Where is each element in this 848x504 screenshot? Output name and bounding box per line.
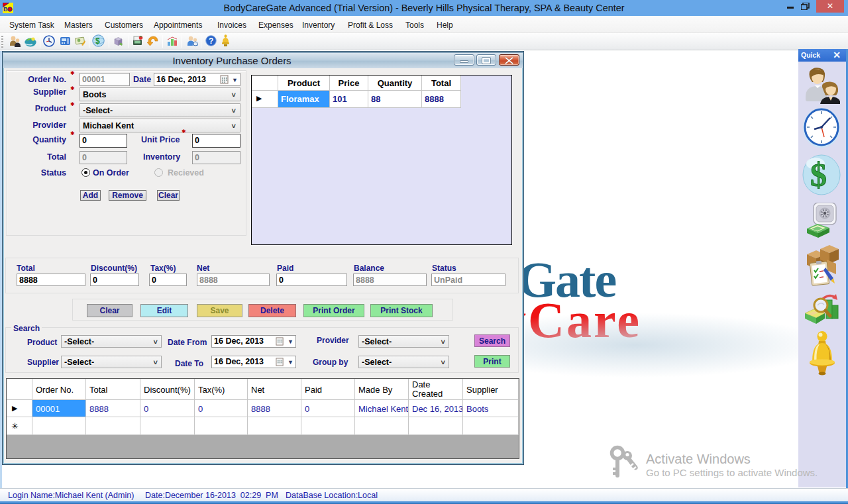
svg-text:$: $ [95, 36, 100, 46]
svg-text:?: ? [209, 36, 213, 46]
svg-text:$: $ [810, 156, 827, 193]
